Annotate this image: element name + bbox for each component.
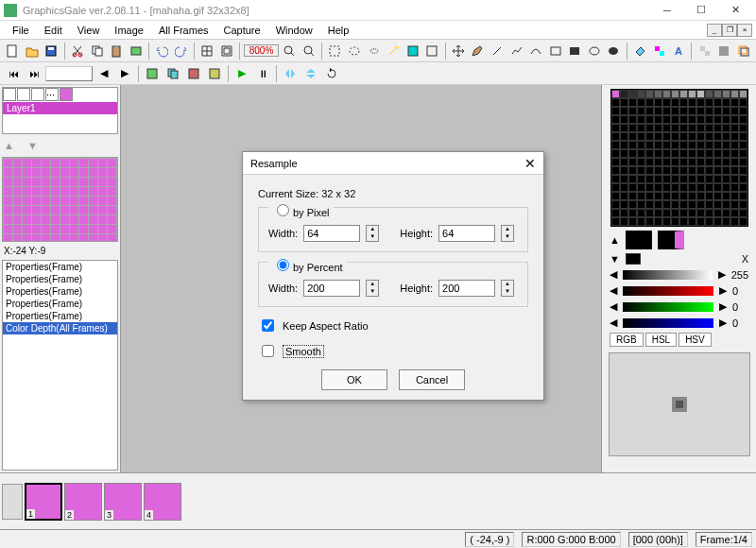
layer-vis-icon[interactable] [3, 88, 16, 101]
dup-frame-icon[interactable] [163, 64, 182, 83]
history-item[interactable]: Color Depth(All Frames) [3, 322, 117, 334]
rotate-icon[interactable] [322, 64, 341, 83]
slider-left-icon[interactable]: ◀ [610, 317, 617, 329]
ok-button[interactable]: OK [321, 369, 387, 390]
frame-thumb[interactable]: 4 [144, 483, 181, 521]
maximize-button[interactable]: ☐ [684, 1, 718, 20]
next-frame-icon[interactable]: ▶ [115, 64, 134, 83]
spin-buttons[interactable]: ▲▼ [501, 225, 514, 242]
filled-oval-icon[interactable] [605, 42, 623, 60]
coord-input[interactable] [45, 66, 93, 81]
slider-right-icon[interactable]: ▶ [719, 300, 727, 313]
menu-window[interactable]: Window [269, 23, 319, 38]
menu-edit[interactable]: Edit [38, 23, 69, 38]
copy-icon[interactable] [88, 42, 106, 60]
layer-lock-icon[interactable] [17, 88, 30, 101]
history-item[interactable]: Properties(Frame) [3, 261, 117, 273]
cut-icon[interactable] [69, 42, 87, 60]
tab-hsv[interactable]: HSV [679, 333, 712, 347]
play-icon[interactable]: ▶ [232, 64, 251, 83]
slider-right-icon[interactable]: ▶ [719, 317, 727, 329]
frame-thumb[interactable]: 1 [25, 483, 62, 521]
slider-left-icon[interactable]: ◀ [610, 268, 617, 281]
mdi-restore-button[interactable]: ❐ [722, 24, 737, 37]
pixel-height-input[interactable] [438, 225, 495, 242]
select-lasso-icon[interactable] [365, 42, 383, 60]
oval-tool-icon[interactable] [586, 42, 604, 60]
value-slider[interactable] [623, 270, 713, 280]
slider-left-icon[interactable]: ◀ [610, 300, 617, 313]
save-file-icon[interactable] [43, 42, 60, 60]
blue-slider[interactable] [623, 318, 713, 328]
cancel-button[interactable]: Cancel [399, 369, 465, 390]
import-image-icon[interactable] [127, 42, 145, 60]
layer-item[interactable]: Layer1 [3, 102, 117, 114]
menu-view[interactable]: View [71, 23, 107, 38]
menu-image[interactable]: Image [108, 23, 150, 38]
red-slider[interactable] [623, 286, 713, 296]
onion-skin-icon[interactable] [734, 42, 752, 60]
bg-color-swatch[interactable] [658, 231, 684, 249]
undo-icon[interactable] [153, 42, 171, 60]
connected-line-icon[interactable] [507, 42, 525, 60]
layer-thumb-icon[interactable] [60, 88, 73, 101]
by-pixel-radio[interactable] [277, 204, 289, 216]
select-color-icon[interactable] [404, 42, 421, 60]
menu-help[interactable]: Help [321, 23, 356, 38]
percent-height-input[interactable] [438, 280, 495, 297]
filled-rect-icon[interactable] [566, 42, 584, 60]
snap-icon[interactable] [218, 42, 236, 60]
layer-link-icon[interactable] [31, 88, 44, 101]
layer-alpha-icon[interactable]: ··· [45, 88, 59, 101]
dialog-close-button[interactable]: ✕ [524, 156, 536, 171]
open-file-icon[interactable] [24, 42, 42, 60]
delete-frame-icon[interactable] [184, 64, 203, 83]
by-percent-radio[interactable] [277, 259, 289, 271]
history-item[interactable]: Properties(Frame) [3, 310, 117, 322]
color-replace-icon[interactable] [650, 42, 668, 60]
spline-icon[interactable] [527, 42, 545, 60]
percent-width-input[interactable] [303, 280, 360, 297]
history-item[interactable]: Properties(Frame) [3, 273, 117, 285]
paste-icon[interactable] [108, 42, 126, 60]
frame-thumb[interactable]: 2 [64, 483, 102, 521]
flip-h-icon[interactable] [281, 64, 300, 83]
tab-hsl[interactable]: HSL [645, 333, 677, 347]
antialiasing-icon[interactable] [715, 42, 733, 60]
tab-rgb[interactable]: RGB [610, 333, 644, 347]
pixel-width-input[interactable] [303, 225, 360, 242]
menu-file[interactable]: File [6, 23, 36, 38]
mdi-close-button[interactable]: × [737, 24, 752, 37]
preview-minimap[interactable] [2, 157, 118, 242]
redo-icon[interactable] [172, 42, 190, 60]
menu-allframes[interactable]: All Frames [152, 23, 215, 38]
pause-icon[interactable]: ⏸ [253, 64, 272, 83]
spin-buttons[interactable]: ▲▼ [366, 225, 379, 242]
small-swatch[interactable] [626, 253, 641, 265]
frame-props-icon[interactable] [205, 64, 224, 83]
zoom-out-icon[interactable] [301, 42, 318, 60]
select-all-icon[interactable] [423, 42, 441, 60]
next-page-icon[interactable]: ⏭ [25, 64, 43, 83]
prev-frame-icon[interactable]: ◀ [94, 64, 113, 83]
zoom-in-icon[interactable] [281, 42, 299, 60]
mdi-minimize-button[interactable]: _ [707, 24, 722, 37]
pen-tool-icon[interactable] [469, 42, 487, 60]
slider-right-icon[interactable]: ▶ [719, 284, 727, 297]
grid-icon[interactable] [198, 42, 216, 60]
arrow-down-icon[interactable]: ▼ [610, 253, 620, 265]
transparency-icon[interactable] [696, 42, 713, 60]
slider-left-icon[interactable]: ◀ [610, 284, 617, 297]
move-tool-icon[interactable] [450, 42, 468, 60]
smooth-checkbox[interactable] [262, 345, 274, 357]
fill-tool-icon[interactable] [631, 42, 649, 60]
add-frame-icon[interactable] [143, 64, 162, 83]
rect-tool-icon[interactable] [546, 42, 564, 60]
minimize-button[interactable]: ─ [650, 1, 684, 20]
prev-page-icon[interactable]: ⏮ [4, 64, 23, 83]
green-slider[interactable] [623, 302, 713, 312]
spin-buttons[interactable]: ▲▼ [501, 280, 514, 297]
text-tool-icon[interactable]: A [670, 42, 688, 60]
select-wand-icon[interactable] [385, 42, 403, 60]
line-tool-icon[interactable] [489, 42, 507, 60]
